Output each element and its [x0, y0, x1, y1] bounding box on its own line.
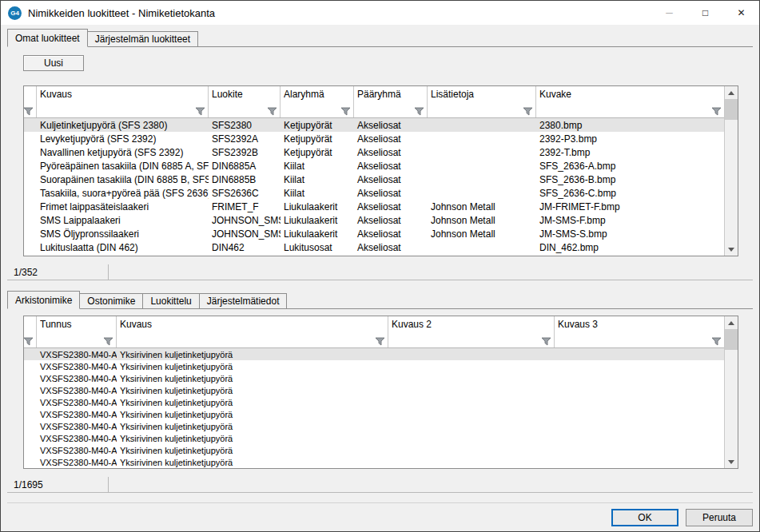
- filter-icon[interactable]: [523, 107, 533, 116]
- ok-button[interactable]: OK: [611, 509, 678, 526]
- table-row[interactable]: VXSFS2380-M40-A-...Yksirivinen kuljetink…: [24, 444, 724, 456]
- close-button[interactable]: ✕: [723, 1, 759, 25]
- table-row[interactable]: SMS LaippalaakeriJOHNSON_SMS_FLiukulaake…: [24, 213, 724, 227]
- column-header[interactable]: Kuvaus: [117, 316, 388, 347]
- table-cell: Yksirivinen kuljetinketjupyörä: [117, 362, 388, 371]
- arrow-up-icon: [728, 91, 734, 95]
- filter-icon[interactable]: [414, 107, 424, 116]
- table-row[interactable]: VXSFS2380-M40-A-...Yksirivinen kuljetink…: [24, 396, 724, 408]
- table-row[interactable]: Lukituslaatta (DIN 462)DIN462Lukitusosat…: [24, 240, 724, 254]
- table-cell: 2380.bmp: [536, 120, 724, 131]
- filter-icon[interactable]: [24, 337, 34, 346]
- filter-icon[interactable]: [340, 107, 351, 116]
- scrollbar-track[interactable]: [725, 329, 738, 455]
- table-cell: Kuljetinketjupyörä (SFS 2380): [37, 120, 209, 131]
- table-row[interactable]: VXSFS2380-M40-A-...Yksirivinen kuljetink…: [24, 420, 724, 432]
- scroll-up-button[interactable]: [725, 86, 738, 99]
- tab-omat-luokitteet[interactable]: Omat luokitteet: [7, 29, 88, 47]
- table-row[interactable]: VXSFS2380-M40-A-...Yksirivinen kuljetink…: [24, 372, 724, 384]
- minimize-button[interactable]: ─: [651, 1, 687, 25]
- window-controls: ─ □ ✕: [651, 1, 759, 25]
- filter-icon[interactable]: [711, 107, 722, 116]
- arrow-down-icon: [728, 460, 734, 464]
- column-header[interactable]: Lisätietoja: [428, 86, 536, 117]
- tab-luokittelu[interactable]: Luokittelu: [142, 293, 199, 308]
- scrollbar-thumb[interactable]: [725, 329, 738, 350]
- item-grid: TunnusKuvausKuvaus 2Kuvaus 3VXSFS2380-M4…: [23, 316, 738, 469]
- table-row[interactable]: Tasakiila, suora+pyöreä pää (SFS 2636)SF…: [24, 186, 724, 200]
- column-header[interactable]: Alaryhmä: [281, 86, 354, 117]
- table-cell: SFS2392B: [209, 147, 281, 158]
- table-cell: Akseliosat: [354, 133, 428, 145]
- table-cell: Tasakiila, suora+pyöreä pää (SFS 2636): [37, 188, 209, 199]
- table-row[interactable]: Levyketjupyörä (SFS 2392)SFS2392AKetjupy…: [24, 132, 724, 145]
- grid-header: TunnusKuvausKuvaus 2Kuvaus 3: [24, 316, 724, 348]
- table-cell: SFS_2636-C.bmp: [536, 188, 724, 199]
- table-cell: VXSFS2380-M40-A-...: [37, 422, 117, 431]
- table-cell: SFS2392A: [209, 133, 281, 145]
- filter-icon[interactable]: [195, 107, 205, 116]
- table-row[interactable]: Frimet laippasäteislaakeriFRIMET_FLiukul…: [24, 200, 724, 213]
- app-icon: G4: [8, 6, 22, 20]
- table-cell: Yksirivinen kuljetinketjupyörä: [117, 374, 388, 383]
- table-cell: Akseliosat: [354, 188, 428, 199]
- column-header[interactable]: Kuvaus 2: [388, 316, 555, 347]
- scroll-down-button[interactable]: [725, 243, 738, 256]
- table-cell: VXSFS2380-M40-A-...: [37, 398, 117, 407]
- vertical-scrollbar[interactable]: [724, 316, 738, 468]
- arrow-up-icon: [728, 321, 734, 325]
- column-header[interactable]: Luokite: [209, 86, 281, 117]
- table-row[interactable]: Navallinen ketjupyörä (SFS 2392)SFS2392B…: [24, 145, 724, 159]
- table-row[interactable]: VXSFS2380-M40-A-...Yksirivinen kuljetink…: [24, 408, 724, 420]
- table-row[interactable]: VXSFS2380-M40-A-...Yksirivinen kuljetink…: [24, 384, 724, 396]
- classification-grid: KuvausLuokiteAlaryhmäPääryhmäLisätietoja…: [23, 85, 738, 256]
- table-row[interactable]: Kuljetinketjupyörä (SFS 2380)SFS2380Ketj…: [24, 118, 724, 132]
- maximize-button[interactable]: □: [687, 1, 723, 25]
- column-header-label: Kuvaus: [120, 319, 385, 330]
- column-header[interactable]: Pääryhmä: [354, 86, 428, 117]
- table-cell: Kiilat: [281, 188, 354, 199]
- scroll-up-button[interactable]: [725, 316, 738, 329]
- row-indicator-header: [24, 86, 37, 117]
- column-header[interactable]: Kuvake: [536, 86, 724, 117]
- table-row[interactable]: VXSFS2380-M40-A-...Yksirivinen kuljetink…: [24, 456, 724, 468]
- new-button[interactable]: Uusi: [23, 55, 84, 71]
- filter-icon[interactable]: [24, 107, 34, 116]
- tab-ostonimike[interactable]: Ostonimike: [79, 293, 143, 308]
- filter-icon[interactable]: [375, 337, 385, 346]
- column-header[interactable]: Tunnus: [37, 316, 117, 347]
- table-row[interactable]: VXSFS2380-M40-A-...Yksirivinen kuljetink…: [24, 348, 724, 360]
- column-header-label: Luokite: [212, 89, 277, 100]
- table-cell: VXSFS2380-M40-A-...: [37, 446, 117, 455]
- filter-icon[interactable]: [541, 337, 551, 346]
- table-cell: Liukulaakerit: [281, 215, 354, 226]
- table-cell: JM-SMS-F.bmp: [536, 215, 724, 226]
- grid-body: VXSFS2380-M40-A-...Yksirivinen kuljetink…: [24, 348, 724, 468]
- dialog-window: G4 Nimikkeiden luokitteet - Nimiketietok…: [0, 0, 760, 532]
- cancel-button[interactable]: Peruuta: [686, 509, 753, 526]
- table-cell: SMS Laippalaakeri: [37, 215, 209, 226]
- dialog-content: Omat luokitteetJärjestelmän luokitteet U…: [1, 25, 759, 531]
- vertical-scrollbar[interactable]: [724, 86, 738, 256]
- scrollbar-thumb[interactable]: [725, 99, 738, 120]
- tab-arkistonimike[interactable]: Arkistonimike: [7, 291, 80, 309]
- table-cell: Akseliosat: [354, 174, 428, 185]
- table-row[interactable]: VXSFS2380-M40-A-...Yksirivinen kuljetink…: [24, 360, 724, 372]
- filter-icon[interactable]: [711, 337, 722, 346]
- column-header[interactable]: Kuvaus: [37, 86, 209, 117]
- tab-jarjestelmatiedot[interactable]: Järjestelmätiedot: [199, 293, 288, 308]
- column-header-label: Kuvake: [539, 89, 722, 100]
- scroll-down-button[interactable]: [725, 455, 738, 468]
- scrollbar-track[interactable]: [725, 99, 738, 243]
- table-row[interactable]: VXSFS2380-M40-A-...Yksirivinen kuljetink…: [24, 432, 724, 444]
- table-row[interactable]: Pyöreäpäinen tasakiila (DIN 6885 A, SFS …: [24, 159, 724, 173]
- table-row[interactable]: SMS ÖljypronssilaakeriJOHNSON_SMS_SLiuku…: [24, 227, 724, 240]
- table-cell: JM-SMS-S.bmp: [536, 228, 724, 240]
- table-cell: JOHNSON_SMS_S: [209, 228, 281, 240]
- table-cell: FRIMET_F: [209, 201, 281, 212]
- filter-icon[interactable]: [103, 337, 113, 346]
- filter-icon[interactable]: [267, 107, 277, 116]
- column-header[interactable]: Kuvaus 3: [555, 316, 724, 347]
- table-row[interactable]: Suorapäinen tasakiila (DIN 6885 B, SFS .…: [24, 173, 724, 186]
- tab-jarjestelman-luokitteet[interactable]: Järjestelmän luokitteet: [87, 31, 198, 46]
